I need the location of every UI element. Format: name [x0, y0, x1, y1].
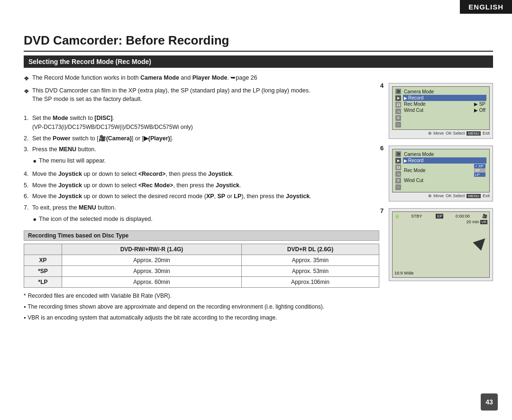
- content-area: ❖ The Record Mode function works in both…: [24, 73, 493, 322]
- screen6-icon-2: ▶: [395, 158, 401, 164]
- screen6-record-arrow: ▶: [404, 158, 407, 163]
- screen7-vr-badge: VR: [480, 220, 487, 224]
- step-6-num: 6.: [24, 192, 32, 201]
- screen4-footer: ⊕ Move OK Select MENU Exit: [392, 131, 490, 136]
- bullet-diamond-icon: ❖: [24, 74, 29, 83]
- bullet-2-text: This DVD Camcorder can film in the XP (e…: [32, 86, 310, 104]
- footnote-3: ▪ VBR is an encoding system that automat…: [24, 313, 379, 322]
- screen6-icon-6: ☆: [395, 184, 401, 190]
- step-5-num: 5.: [24, 181, 32, 190]
- screen6-windcut-label: Wind Cut: [404, 178, 485, 183]
- step-7-num: 7.: [24, 203, 32, 212]
- english-badge: ENGLISH: [460, 0, 512, 14]
- footnote-1: * Recorded files are encoded with Variab…: [24, 292, 379, 300]
- step-1: 1. Set the Mode switch to [DISC]. (VP-DC…: [24, 114, 379, 132]
- table-xp-col1: Approx. 20min: [62, 255, 242, 265]
- screen7-viewfinder: 🔋 STBY XP 0:00:00 🎥 20 min VR ▶: [392, 211, 490, 278]
- screen4-icon-1: 🎥: [395, 89, 401, 94]
- screen6-footer-ok: OK Select: [446, 193, 465, 198]
- table-row-sp: *SP Approx. 30min Approx. 53min: [24, 265, 379, 276]
- bullet-2: ❖ This DVD Camcorder can film in the XP …: [24, 86, 379, 104]
- screen7-wide-label: 16:9 Wide: [394, 271, 487, 275]
- table-sp-col1: Approx. 30min: [62, 265, 242, 276]
- section-heading: Selecting the Record Mode (Rec Mode): [24, 55, 493, 68]
- screen7-battery-icon: 🔋: [394, 214, 400, 219]
- screen4-record-label: Record: [408, 95, 485, 100]
- screen6-footer: ⊕ Move OK Select MENU Exit: [392, 193, 490, 198]
- table-header-dvdrw: DVD-RW/+RW/-R (1.4G): [62, 244, 242, 255]
- screen4-windcut-label: Wind Cut: [404, 108, 472, 113]
- step-4: 4. Move the Joystick up or down to selec…: [24, 170, 379, 179]
- screen6-inner: 🎥 ▶ 🎞 🌬 ⚙ ☆ Camera Mode: [392, 149, 490, 192]
- screen4-footer-menu: MENU: [466, 131, 481, 136]
- screen7-stby: STBY: [411, 214, 424, 219]
- left-column: ❖ The Record Mode function works in both…: [24, 73, 389, 322]
- screen7-mockup: 🔋 STBY XP 0:00:00 🎥 20 min VR ▶: [389, 208, 493, 281]
- screen6-camera-label: Camera Mode: [404, 152, 485, 157]
- screen7-status-bar: 🔋 STBY XP 0:00:00 🎥: [394, 214, 487, 219]
- screen6-icon-5: ⚙: [395, 178, 401, 183]
- screen6-row-recmode: Rec Mode ✓XP SP LP: [403, 164, 486, 177]
- table-lp-col2: Approx.106min: [241, 276, 379, 287]
- page-container: ENGLISH 43 DVD Camcorder: Before Recordi…: [0, 0, 512, 420]
- screen7-arrow-icon: ▶: [469, 231, 491, 252]
- table-row-xp: XP Approx. 20min Approx. 35min: [24, 255, 379, 265]
- screen6-footer-move: ⊕ Move: [428, 193, 444, 198]
- table-header-diagonal: [24, 244, 62, 255]
- screen4-camera-label: Camera Mode: [404, 89, 485, 94]
- footnote-3-text: VBR is an encoding system that automatic…: [27, 313, 277, 322]
- bullet-1: ❖ The Record Mode function works in both…: [24, 73, 379, 83]
- recording-times-heading: Recording Times based on Disc Type: [24, 230, 379, 241]
- screen4-row-camera: Camera Mode: [403, 89, 486, 95]
- step-7: 7. To exit, press the MENU button.: [24, 203, 379, 212]
- footnote-bullet-2: ▪: [24, 302, 26, 311]
- screen4-row-windcut: Wind Cut ▶ Off: [403, 107, 486, 113]
- screen6-row-windcut: Wind Cut: [403, 177, 486, 183]
- step-1-num: 1.: [24, 114, 32, 123]
- step-3-num: 3.: [24, 145, 32, 154]
- numbered-steps: 1. Set the Mode switch to [DISC]. (VP-DC…: [24, 114, 379, 226]
- step-5-text: Move the Joystick up or down to select <…: [32, 181, 241, 190]
- screen6-lp-option: LP: [474, 173, 485, 177]
- screen4-footer-move: ⊕ Move: [428, 131, 444, 136]
- table-lp-col1: Approx. 60min: [62, 276, 242, 287]
- bullet-diamond-icon-2: ❖: [24, 87, 29, 96]
- screen7-xp-badge: XP: [436, 214, 443, 219]
- screen4-icon-2: ▶: [395, 95, 401, 101]
- screen6-footer-menu: MENU: [466, 194, 481, 198]
- step-6-text: Move the Joystick up or down to select t…: [32, 192, 311, 201]
- screen4-row-recmode: Rec Mode ▶ SP: [403, 101, 486, 107]
- screen6-row-camera: Camera Mode: [403, 151, 486, 157]
- screen4-windcut-value: ▶ Off: [474, 108, 485, 113]
- footnote-star-1: *: [24, 292, 26, 300]
- screen4-recmode-label: Rec Mode: [404, 101, 472, 107]
- sub-bullet-icon-3: ■: [33, 157, 36, 164]
- screen7-rec-icon: 🎥: [482, 214, 487, 219]
- screen6-record-label: Record: [408, 158, 485, 163]
- screen4-icon-5: ⚙: [395, 115, 401, 121]
- step-7-text: To exit, press the MENU button.: [32, 203, 116, 212]
- screen7-step-number: 7: [380, 207, 384, 214]
- screen4-icon-3: 🎞: [395, 102, 401, 108]
- screen6-recmode-label: Rec Mode: [404, 168, 473, 173]
- step-4-text: Move the Joystick up or down to select <…: [32, 170, 234, 179]
- step-2-num: 2.: [24, 134, 32, 143]
- sub-bullet-icon-7: ■: [33, 216, 36, 223]
- table-row-lp: *LP Approx. 60min Approx.106min: [24, 276, 379, 287]
- screen4-inner: 🎥 ▶ 🎞 🌬 ⚙ ☆ Camera Mode: [392, 86, 490, 130]
- screen6-mockup: 🎥 ▶ 🎞 🌬 ⚙ ☆ Camera Mode: [389, 146, 493, 201]
- table-xp-col2: Approx. 35min: [241, 255, 379, 265]
- screen4-record-arrow: ▶: [404, 96, 407, 100]
- step-6: 6. Move the Joystick up or down to selec…: [24, 192, 379, 201]
- step-1-text: Set the Mode switch to [DISC]. (VP-DC173…: [32, 114, 193, 132]
- screen6-sp-option: SP: [474, 168, 485, 173]
- step-4-num: 4.: [24, 170, 32, 179]
- screen6-footer-exit: Exit: [483, 193, 490, 198]
- screen4-footer-ok: OK Select: [446, 131, 465, 136]
- step-3: 3. Press the MENU button.: [24, 145, 379, 154]
- step-7-sub: ■ The icon of the selected mode is displ…: [24, 215, 379, 226]
- table-label-lp: *LP: [24, 276, 62, 287]
- screen4-recmode-value: ▶ SP: [474, 101, 485, 107]
- screen4-step-number: 4: [380, 82, 384, 89]
- recording-table: DVD-RW/+RW/-R (1.4G) DVD+R DL (2.6G) XP …: [24, 244, 379, 288]
